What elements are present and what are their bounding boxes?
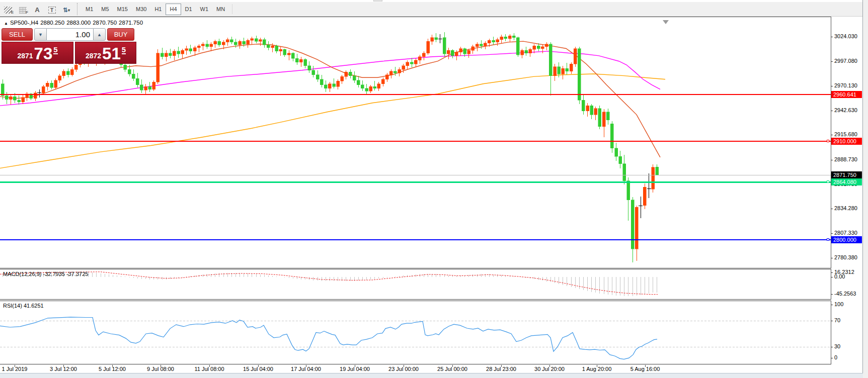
candle: [349, 69, 352, 78]
time-tick-label: 1 Jul 2019: [2, 366, 28, 372]
collapse-arrow-icon[interactable]: ▲: [4, 21, 8, 26]
candle: [247, 39, 250, 48]
candle: [402, 64, 405, 73]
buy-price-tile[interactable]: 2872 51 5: [75, 42, 136, 64]
candle: [328, 82, 331, 92]
toolbar-icons: EFAT⇅▾: [0, 4, 73, 15]
candle: [337, 79, 340, 89]
high-value: 2883.000: [66, 20, 91, 26]
price-tick-mark: [831, 86, 833, 86]
candle: [58, 74, 61, 83]
rsi-tick-label: 0: [834, 354, 837, 360]
candle: [226, 38, 229, 46]
timeframe-button-D1[interactable]: D1: [181, 4, 196, 15]
candle: [287, 50, 290, 60]
candle: [615, 143, 618, 161]
rsi-plot[interactable]: [0, 301, 831, 364]
candle: [586, 103, 589, 117]
price-badge: 2800.000: [831, 236, 862, 243]
buy-price-pip: 5: [122, 46, 126, 54]
candle: [62, 69, 65, 78]
buy-button[interactable]: BUY: [107, 28, 134, 41]
dropdown-caret-icon[interactable]: ▾: [68, 8, 70, 13]
arrange-arrows-icon[interactable]: ⇅▾: [60, 4, 73, 15]
price-tick-label: 2780.380: [834, 254, 857, 260]
volume-input[interactable]: [47, 28, 93, 41]
timeframe-button-MN[interactable]: MN: [212, 4, 229, 15]
price-tick-mark: [831, 258, 833, 258]
candle: [308, 61, 311, 73]
price-tick-mark: [831, 61, 833, 62]
candle: [341, 75, 344, 84]
candle: [435, 33, 438, 42]
line-handle[interactable]: [827, 180, 829, 183]
candle: [324, 80, 327, 92]
candle: [353, 71, 356, 83]
candle: [414, 58, 417, 67]
rsi-indicator-label: RSI(14) 41.6251: [3, 303, 44, 309]
candle: [218, 39, 221, 47]
candle: [295, 54, 298, 65]
time-tick-label: 15 Jul 04:00: [243, 366, 273, 372]
time-tick-label: 28 Jul 23:00: [486, 366, 516, 372]
rsi-tick-mark: [831, 358, 833, 358]
pattern-lines-icon[interactable]: E: [2, 4, 15, 15]
rsi-tick-label: 100: [834, 301, 843, 307]
candles-layer: [1, 32, 659, 262]
symbol-label: SP500-,H4: [10, 20, 38, 26]
timeframe-button-M1[interactable]: M1: [82, 4, 97, 15]
time-tick-label: 30 Jul 20:00: [534, 366, 565, 372]
text-box-icon[interactable]: T: [45, 4, 58, 15]
candle: [251, 37, 254, 45]
line-handle[interactable]: [827, 140, 829, 142]
volume-decrease-button[interactable]: ▼: [34, 28, 47, 41]
text-label-icon: A: [35, 6, 39, 15]
candle: [422, 51, 425, 60]
volume-increase-button[interactable]: ▲: [93, 28, 106, 41]
rsi-tick-label: 30: [834, 343, 840, 349]
timeframe-button-M5[interactable]: M5: [97, 4, 113, 15]
candle: [521, 49, 524, 59]
candle: [590, 104, 593, 120]
close-value: 2871.750: [119, 20, 143, 26]
rsi-tick-mark: [831, 305, 833, 305]
candle: [361, 80, 364, 91]
candle: [623, 155, 626, 185]
sell-button[interactable]: SELL: [2, 28, 33, 41]
candle: [181, 49, 184, 59]
one-click-trade-panel: SELL ▼ ▲ BUY 2871 73 5 2872 51 5: [2, 28, 136, 64]
candle: [570, 62, 573, 74]
timeframe-button-W1[interactable]: W1: [196, 4, 213, 15]
candle: [34, 91, 37, 101]
time-tick-label: 19 Jul 04:00: [340, 366, 370, 372]
line-handle[interactable]: [827, 238, 829, 241]
timeframe-button-H1[interactable]: H1: [150, 4, 166, 15]
sell-price-tile[interactable]: 2871 73 5: [2, 42, 73, 64]
price-tick-mark: [831, 135, 833, 135]
time-tick-label: 3 Jul 12:00: [50, 366, 77, 372]
text-label-icon[interactable]: A: [31, 4, 44, 15]
candle: [447, 48, 450, 59]
sell-price-prefix: 2871: [17, 52, 33, 60]
macd-plot[interactable]: [0, 269, 831, 299]
candle: [398, 67, 401, 76]
time-tick-label: 9 Jul 08:00: [147, 366, 174, 372]
candle: [279, 47, 282, 56]
open-value: 2880.250: [40, 20, 64, 26]
grid-icon[interactable]: F: [16, 4, 29, 15]
sell-price-main: 73: [34, 46, 53, 61]
candle: [345, 70, 348, 79]
timeframe-button-M15[interactable]: M15: [113, 4, 132, 15]
rsi-tick-mark: [831, 321, 833, 321]
candle: [263, 38, 266, 48]
candle: [500, 35, 503, 43]
timeframe-button-M30[interactable]: M30: [132, 4, 150, 15]
chart-shift-marker-icon[interactable]: [663, 20, 669, 24]
toolbar-separator: [77, 3, 80, 15]
candle: [214, 40, 217, 48]
candle: [230, 37, 233, 44]
candle: [156, 49, 160, 84]
candle: [606, 109, 609, 125]
timeframe-button-H4[interactable]: H4: [166, 4, 181, 15]
time-tick-label: 1 Aug 20:00: [582, 366, 612, 372]
